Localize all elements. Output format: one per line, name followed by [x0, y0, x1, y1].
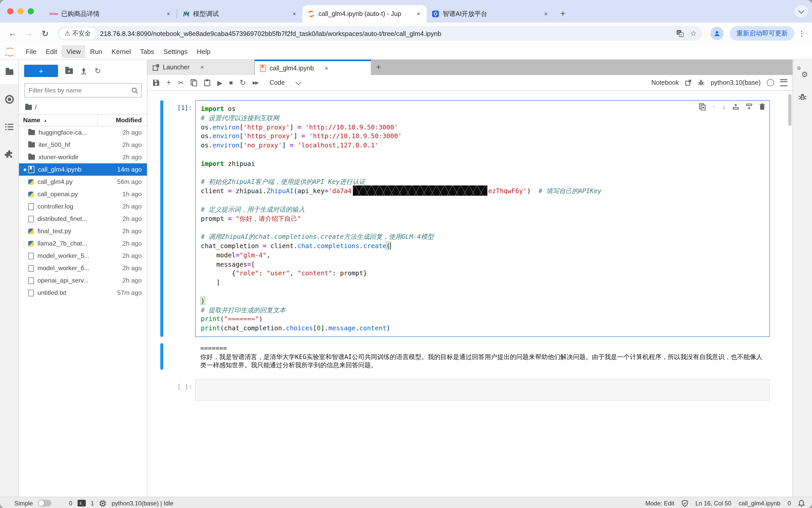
close-tab-icon[interactable]: [415, 10, 423, 18]
file-row[interactable]: distributed_finet...2h ago: [19, 213, 147, 225]
code-line[interactable]: [201, 150, 764, 159]
output-collapser[interactable]: [160, 343, 163, 370]
close-tab-icon[interactable]: [542, 10, 550, 18]
menu-edit[interactable]: Edit: [41, 45, 62, 58]
menu-tabs[interactable]: Tabs: [136, 45, 159, 58]
dock-tab-launcher[interactable]: Launcher: [147, 59, 255, 75]
address-bar[interactable]: ⚠ 不安全 218.76.8.34:8090/notebook_w8e8ade9…: [57, 26, 702, 41]
code-line[interactable]: model="glm-4",: [201, 251, 764, 260]
browser-tab-zhipu[interactable]: 智谱AI开放平台: [427, 5, 554, 23]
file-row[interactable]: huggingface-ca...2h ago: [19, 126, 147, 139]
file-row[interactable]: llama2_7b_chat...2h ago: [19, 237, 147, 250]
file-row[interactable]: iter_500_hf2h ago: [19, 139, 147, 151]
kernel-name[interactable]: python3.10(base): [711, 79, 761, 86]
code-line[interactable]: # 提取并打印生成的回复文本: [201, 305, 764, 314]
close-tab-icon[interactable]: [200, 64, 204, 71]
sidebar-tab-running-kernels[interactable]: [0, 94, 18, 104]
cursor-position[interactable]: Ln 16, Col 50: [695, 500, 731, 507]
debugger-bug-icon[interactable]: [697, 79, 704, 86]
browser-tab-model-debug[interactable]: 模型调试: [177, 5, 302, 23]
code-line[interactable]: # 设置代理以连接到互联网: [201, 114, 764, 123]
code-line[interactable]: prompt = "你好，请介绍下自己": [201, 214, 764, 223]
browser-tab-shop[interactable]: SCNet 已购商品详情: [45, 5, 177, 23]
menu-view[interactable]: View: [62, 45, 86, 58]
property-inspector-tab[interactable]: ⚙⚙: [793, 68, 812, 78]
kernel-status-text[interactable]: python3.10(base) | Idle: [112, 500, 173, 507]
restart-kernel-icon[interactable]: ↻: [240, 78, 246, 87]
kernel-status-icon[interactable]: [767, 79, 774, 86]
close-window-button[interactable]: [7, 8, 13, 14]
reload-button[interactable]: ↻: [38, 26, 52, 41]
delete-cell-icon[interactable]: [759, 103, 765, 110]
notification-count[interactable]: 0: [787, 500, 791, 507]
code-line[interactable]: chat_completion = client.chat.completion…: [201, 242, 764, 251]
menu-file[interactable]: File: [21, 45, 41, 58]
file-row[interactable]: call_glm4.py56m ago: [19, 176, 147, 188]
code-line[interactable]: os.environ['http_proxy'] = 'http://10.10…: [201, 123, 764, 132]
file-row[interactable]: xtuner-workdir2h ago: [19, 151, 147, 163]
insert-cell-below-icon[interactable]: [746, 103, 753, 110]
sidebar-tab-filebrowser[interactable]: [0, 59, 18, 84]
file-filter-input[interactable]: [28, 86, 131, 94]
terminal-count[interactable]: 0: [69, 500, 72, 507]
run-cell-icon[interactable]: ▶: [217, 79, 222, 87]
cut-cells-icon[interactable]: ✂: [178, 79, 184, 87]
mode-indicator[interactable]: Mode: Edit: [645, 500, 674, 507]
dock-tab-notebook[interactable]: call_glm4.ipynb: [255, 59, 371, 75]
code-line[interactable]: os.environ['https_proxy'] = 'http://10.1…: [201, 132, 764, 141]
code-line[interactable]: client = zhipuai.ZhipuAI(api_key='da7a4e…: [201, 186, 764, 196]
sidebar-tab-table-of-contents[interactable]: [0, 123, 18, 130]
column-header-name[interactable]: Name ▲: [19, 115, 97, 126]
back-button[interactable]: ←: [5, 26, 19, 41]
profile-avatar[interactable]: [710, 27, 724, 40]
paste-cells-icon[interactable]: [204, 79, 211, 86]
code-line[interactable]: ): [201, 296, 764, 305]
debugger-tab[interactable]: [793, 92, 812, 101]
code-line[interactable]: import os: [201, 104, 764, 114]
code-line[interactable]: print(chat_completion.choices[0].message…: [201, 324, 764, 333]
code-line[interactable]: import zhipuai: [201, 159, 764, 168]
simple-mode-toggle[interactable]: [38, 500, 51, 506]
zoom-window-button[interactable]: [28, 8, 34, 14]
url-text[interactable]: 218.76.8.34:8090/notebook_w8e8ade9caba45…: [100, 30, 673, 37]
code-editor-lines[interactable]: import os# 设置代理以连接到互联网os.environ['http_p…: [201, 104, 764, 333]
forward-button[interactable]: →: [22, 26, 36, 41]
code-line[interactable]: {"role": "user", "content": prompt}: [201, 269, 764, 278]
code-line[interactable]: # 定义提示词，用于生成对话的输入: [201, 205, 764, 214]
chrome-update-button[interactable]: 重新启动即可更新: [730, 26, 795, 41]
close-tab-icon[interactable]: [325, 65, 328, 72]
trust-shield-icon[interactable]: [682, 500, 688, 507]
toolbar-menu-icon[interactable]: [780, 79, 787, 86]
tab-search-button[interactable]: [795, 5, 808, 17]
copy-cells-icon[interactable]: [190, 79, 197, 86]
home-folder-icon[interactable]: [25, 105, 32, 110]
save-icon[interactable]: [153, 79, 160, 86]
code-line[interactable]: messages=[: [201, 260, 764, 269]
notebook-scrollbar[interactable]: [788, 94, 792, 126]
refresh-file-list-button[interactable]: ↻: [94, 66, 101, 76]
breadcrumb[interactable]: /: [19, 101, 147, 114]
file-row[interactable]: untitled.txt57m ago: [19, 287, 147, 299]
menu-run[interactable]: Run: [86, 45, 107, 58]
new-folder-button[interactable]: +: [65, 68, 73, 74]
bell-icon[interactable]: [798, 500, 805, 507]
restart-run-all-icon[interactable]: ▶▶: [253, 80, 258, 85]
file-row[interactable]: call_glm4.ipynb14m ago: [19, 163, 147, 176]
cell-editor[interactable]: [195, 379, 770, 400]
menu-settings[interactable]: Settings: [159, 45, 192, 58]
notebook-link-label[interactable]: Notebook: [651, 79, 679, 86]
upload-button[interactable]: [80, 67, 87, 75]
file-row[interactable]: controller.log2h ago: [19, 200, 147, 213]
security-chip[interactable]: ⚠ 不安全: [59, 28, 96, 39]
column-header-modified[interactable]: Modified: [97, 115, 147, 126]
cell-editor[interactable]: ↑ ↓ import os# 设置代理以: [195, 100, 770, 337]
code-line[interactable]: print("======="): [201, 314, 764, 324]
stop-kernel-icon[interactable]: ■: [229, 79, 233, 86]
close-tab-icon[interactable]: [290, 10, 298, 18]
kernel-count[interactable]: 1: [91, 500, 94, 507]
cell-collapser[interactable]: [160, 100, 163, 337]
code-line[interactable]: # 调用ZhipuAI的chat.completions.create方法生成回…: [201, 232, 764, 242]
duplicate-cell-icon[interactable]: [699, 103, 706, 110]
code-line[interactable]: os.environ['no_proxy'] = 'localhost,127.…: [201, 141, 764, 150]
add-cell-icon[interactable]: +: [166, 78, 171, 87]
